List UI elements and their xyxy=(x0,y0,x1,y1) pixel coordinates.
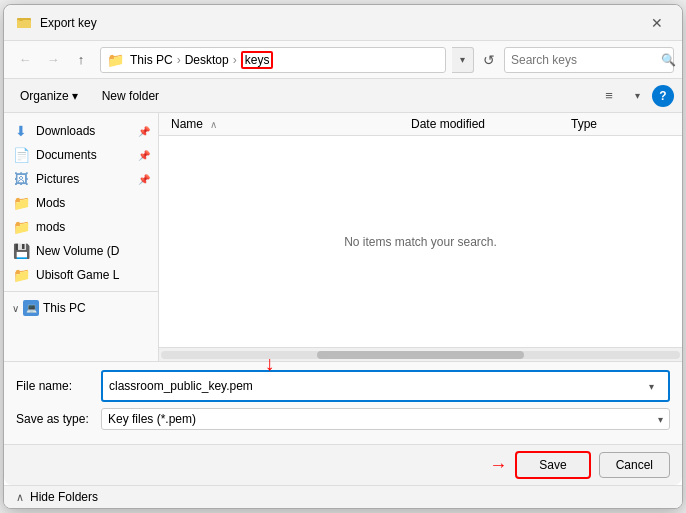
document-icon: 📄 xyxy=(12,147,30,163)
drive-icon: 💾 xyxy=(12,243,30,259)
sidebar-item-new-volume[interactable]: 💾 New Volume (D xyxy=(4,239,158,263)
breadcrumb-current-text: keys xyxy=(245,53,270,67)
filename-dropdown-button[interactable]: ▾ xyxy=(640,375,662,397)
sidebar-this-pc[interactable]: ∨ 💻 This PC xyxy=(4,296,158,320)
breadcrumb-dropdown-button[interactable]: ▾ xyxy=(452,47,474,73)
breadcrumb-sep2: › xyxy=(233,53,237,67)
filename-input[interactable] xyxy=(109,379,640,393)
expand-icon: ∧ xyxy=(16,491,24,504)
filename-arrow-indicator: ↓ xyxy=(265,352,275,375)
sidebar-item-label: Ubisoft Game L xyxy=(36,268,119,282)
organize-arrow: ▾ xyxy=(72,89,78,103)
search-icon: 🔍 xyxy=(661,53,676,67)
sidebar-item-label: Mods xyxy=(36,196,65,210)
column-headers: Name ∧ Date modified Type xyxy=(159,113,682,136)
cancel-button[interactable]: Cancel xyxy=(599,452,670,478)
scroll-thumb[interactable] xyxy=(317,351,525,359)
bottom-area: ↓ File name: ▾ Save as type: Key files (… xyxy=(4,361,682,444)
column-name-header[interactable]: Name ∧ xyxy=(171,117,411,131)
filename-label: File name: xyxy=(16,379,101,393)
this-pc-icon: 💻 xyxy=(23,300,39,316)
horizontal-scrollbar[interactable] xyxy=(159,347,682,361)
refresh-button[interactable]: ↺ xyxy=(476,47,502,73)
main-content: ⬇ Downloads 📌 📄 Documents 📌 🖼 Pictures 📌… xyxy=(4,113,682,361)
breadcrumb-root: This PC xyxy=(130,53,173,67)
new-folder-button[interactable]: New folder xyxy=(94,86,167,106)
sidebar-item-ubisoft[interactable]: 📁 Ubisoft Game L xyxy=(4,263,158,287)
filetype-dropdown-arrow: ▾ xyxy=(658,414,663,425)
export-key-dialog: Export key ✕ ← → ↑ 📁 This PC › Desktop ›… xyxy=(3,4,683,509)
sidebar-item-pictures[interactable]: 🖼 Pictures 📌 xyxy=(4,167,158,191)
dialog-title: Export key xyxy=(40,16,644,30)
folder-icon: 📁 xyxy=(12,195,30,211)
navigation-toolbar: ← → ↑ 📁 This PC › Desktop › keys ▾ ↺ 🔍 xyxy=(4,41,682,79)
file-area: ↓ Name ∧ Date modified Type No items mat… xyxy=(159,113,682,361)
column-date-label: Date modified xyxy=(411,117,485,131)
up-button[interactable]: ↑ xyxy=(68,47,94,73)
dialog-actions: → Save Cancel xyxy=(4,444,682,485)
sidebar-item-label: mods xyxy=(36,220,65,234)
svg-rect-2 xyxy=(19,18,23,21)
sidebar-item-label: Downloads xyxy=(36,124,95,138)
scroll-track xyxy=(161,351,680,359)
column-sort-arrow: ∧ xyxy=(210,119,217,130)
filename-input-wrapper: ▾ xyxy=(101,370,670,402)
sidebar-item-mods1[interactable]: 📁 Mods xyxy=(4,191,158,215)
breadcrumb-bar[interactable]: 📁 This PC › Desktop › keys xyxy=(100,47,446,73)
sidebar-item-documents[interactable]: 📄 Documents 📌 xyxy=(4,143,158,167)
filetype-row: Save as type: Key files (*.pem) ▾ xyxy=(16,408,670,430)
chevron-icon: ∨ xyxy=(12,303,19,314)
pin-icon: 📌 xyxy=(138,174,150,185)
breadcrumb-desktop: Desktop xyxy=(185,53,229,67)
sidebar-item-label: Documents xyxy=(36,148,97,162)
search-box: 🔍 xyxy=(504,47,674,73)
organize-label: Organize xyxy=(20,89,69,103)
file-list: No items match your search. xyxy=(159,136,682,347)
hide-folders-bar[interactable]: ∧ Hide Folders xyxy=(4,485,682,508)
filetype-select[interactable]: Key files (*.pem) ▾ xyxy=(101,408,670,430)
pin-icon: 📌 xyxy=(138,126,150,137)
forward-button[interactable]: → xyxy=(40,47,66,73)
column-type-label: Type xyxy=(571,117,597,131)
search-input[interactable] xyxy=(511,53,661,67)
hide-folders-label: Hide Folders xyxy=(30,490,98,504)
empty-message: No items match your search. xyxy=(344,235,497,249)
pictures-icon: 🖼 xyxy=(12,171,30,187)
new-folder-label: New folder xyxy=(102,89,159,103)
save-button[interactable]: Save xyxy=(515,451,590,479)
save-arrow-indicator: → xyxy=(489,455,507,476)
sidebar-item-label: Pictures xyxy=(36,172,79,186)
sidebar-item-downloads[interactable]: ⬇ Downloads 📌 xyxy=(4,119,158,143)
sidebar-item-label: This PC xyxy=(43,301,86,315)
filetype-value: Key files (*.pem) xyxy=(108,412,196,426)
column-name-label: Name xyxy=(171,117,203,131)
sidebar-item-mods2[interactable]: 📁 mods xyxy=(4,215,158,239)
folder-icon: 📁 xyxy=(12,267,30,283)
breadcrumb-current[interactable]: keys xyxy=(241,51,274,69)
column-date-header[interactable]: Date modified xyxy=(411,117,571,131)
folder-icon: 📁 xyxy=(12,219,30,235)
view-controls: ≡ ▾ ? xyxy=(596,83,674,109)
dialog-icon xyxy=(16,15,32,31)
help-button[interactable]: ? xyxy=(652,85,674,107)
action-bar: Organize ▾ New folder ≡ ▾ ? xyxy=(4,79,682,113)
title-bar: Export key ✕ xyxy=(4,5,682,41)
sidebar-item-label: New Volume (D xyxy=(36,244,119,258)
column-type-header[interactable]: Type xyxy=(571,117,670,131)
sidebar: ⬇ Downloads 📌 📄 Documents 📌 🖼 Pictures 📌… xyxy=(4,113,159,361)
svg-rect-1 xyxy=(17,20,31,28)
filetype-label: Save as type: xyxy=(16,412,101,426)
breadcrumb-folder-icon: 📁 xyxy=(107,52,124,68)
organize-button[interactable]: Organize ▾ xyxy=(12,86,86,106)
view-dropdown-button[interactable]: ▾ xyxy=(624,83,650,109)
close-button[interactable]: ✕ xyxy=(644,10,670,36)
back-button[interactable]: ← xyxy=(12,47,38,73)
download-icon: ⬇ xyxy=(12,123,30,139)
breadcrumb-sep1: › xyxy=(177,53,181,67)
filename-row: File name: ▾ xyxy=(16,370,670,402)
list-view-button[interactable]: ≡ xyxy=(596,83,622,109)
pin-icon: 📌 xyxy=(138,150,150,161)
